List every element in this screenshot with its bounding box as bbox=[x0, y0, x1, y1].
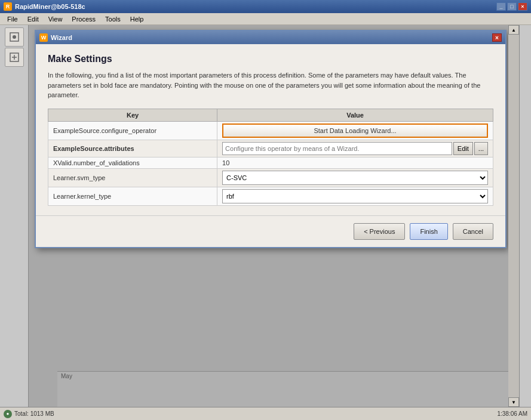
dialog-icon: W bbox=[39, 33, 48, 42]
kernel-type-select[interactable]: rbf linear polynomial sigmoid bbox=[222, 189, 488, 203]
scroll-track bbox=[508, 35, 519, 397]
value-cell-configure: Start Data Loading Wizard... bbox=[217, 121, 493, 140]
app-title: RapidMiner@b05-518c bbox=[15, 3, 85, 10]
menu-process[interactable]: Process bbox=[67, 14, 100, 24]
dialog-content-area: Make Settings In the following, you find… bbox=[36, 44, 505, 215]
dialog-close-button[interactable]: × bbox=[492, 33, 502, 42]
table-row: XValid.number_of_validations 10 bbox=[48, 157, 493, 168]
key-cell-attributes: ExampleSource.attributes bbox=[48, 140, 217, 157]
status-icon: ● bbox=[4, 410, 12, 418]
col-value-header: Value bbox=[217, 109, 493, 121]
previous-button[interactable]: < Previous bbox=[354, 223, 405, 240]
scroll-down-btn[interactable]: ▼ bbox=[508, 397, 519, 407]
sidebar-icon-1[interactable] bbox=[5, 27, 24, 47]
menu-tools[interactable]: Tools bbox=[100, 14, 125, 24]
maximize-btn[interactable]: □ bbox=[507, 2, 517, 11]
dialog-title-bar: W Wizard × bbox=[36, 31, 505, 44]
browse-button[interactable]: ... bbox=[474, 142, 488, 155]
status-time: 1:38:06 AM bbox=[497, 410, 527, 417]
finish-button[interactable]: Finish bbox=[410, 223, 447, 240]
cancel-button[interactable]: Cancel bbox=[453, 223, 493, 240]
table-row: ExampleSource.attributes Edit ... bbox=[48, 140, 493, 157]
attributes-row: Edit ... bbox=[222, 142, 488, 155]
key-cell-svmtype: Learner.svm_type bbox=[48, 168, 217, 187]
menu-view[interactable]: View bbox=[44, 14, 67, 24]
col-key-header: Key bbox=[48, 109, 217, 121]
value-cell-attributes: Edit ... bbox=[217, 140, 493, 157]
dialog-title: Wizard bbox=[51, 34, 72, 41]
dialog-heading: Make Settings bbox=[48, 54, 493, 64]
window-controls: _ □ × bbox=[496, 2, 527, 11]
table-row: Learner.svm_type C-SVC nu-SVC one-class … bbox=[48, 168, 493, 187]
value-cell-svmtype: C-SVC nu-SVC one-class epsilon-SVR nu-SV… bbox=[217, 168, 493, 187]
bottom-panel: May bbox=[57, 371, 508, 407]
app-icon: R bbox=[4, 2, 12, 11]
validations-value: 10 bbox=[222, 159, 229, 166]
dialog-footer: < Previous Finish Cancel bbox=[36, 215, 505, 247]
right-panel bbox=[519, 25, 531, 420]
title-bar: R RapidMiner@b05-518c _ □ × bbox=[0, 0, 531, 13]
table-row: Learner.kernel_type rbf linear polynomia… bbox=[48, 187, 493, 205]
value-cell-kerneltype: rbf linear polynomial sigmoid bbox=[217, 187, 493, 205]
menu-file[interactable]: File bbox=[2, 14, 23, 24]
menu-help[interactable]: Help bbox=[125, 14, 149, 24]
sidebar-icon-2[interactable] bbox=[5, 48, 24, 67]
table-row: ExampleSource.configure_operator Start D… bbox=[48, 121, 493, 140]
parameters-table: Key Value ExampleSource.configure_operat… bbox=[48, 109, 493, 206]
scroll-up-btn[interactable]: ▲ bbox=[508, 25, 519, 35]
status-storage: Total: 1013 MB bbox=[14, 410, 54, 417]
app-body: W Wizard × Make Settings In the followin… bbox=[0, 25, 531, 420]
edit-button[interactable]: Edit bbox=[453, 142, 473, 155]
wizard-dialog: W Wizard × Make Settings In the followin… bbox=[35, 30, 507, 248]
close-btn[interactable]: × bbox=[518, 2, 527, 11]
content-area: W Wizard × Make Settings In the followin… bbox=[29, 25, 519, 420]
status-bar: ● Total: 1013 MB 1:38:06 AM bbox=[0, 407, 531, 420]
key-cell-validations: XValid.number_of_validations bbox=[48, 157, 217, 168]
bottom-label: May bbox=[57, 372, 508, 381]
svm-type-select[interactable]: C-SVC nu-SVC one-class epsilon-SVR nu-SV… bbox=[222, 171, 488, 185]
key-cell-kerneltype: Learner.kernel_type bbox=[48, 187, 217, 205]
value-cell-validations: 10 bbox=[217, 157, 493, 168]
scrollbar: ▲ ▼ bbox=[508, 25, 519, 407]
svg-point-1 bbox=[13, 35, 16, 39]
key-cell-configure: ExampleSource.configure_operator bbox=[48, 121, 217, 140]
menu-edit[interactable]: Edit bbox=[23, 14, 44, 24]
start-wizard-button[interactable]: Start Data Loading Wizard... bbox=[222, 123, 488, 138]
menu-bar: File Edit View Process Tools Help bbox=[0, 13, 531, 25]
minimize-btn[interactable]: _ bbox=[496, 2, 506, 11]
dialog-description: In the following, you find a list of the… bbox=[48, 70, 493, 100]
sidebar bbox=[0, 25, 29, 420]
attributes-input[interactable] bbox=[222, 142, 452, 155]
